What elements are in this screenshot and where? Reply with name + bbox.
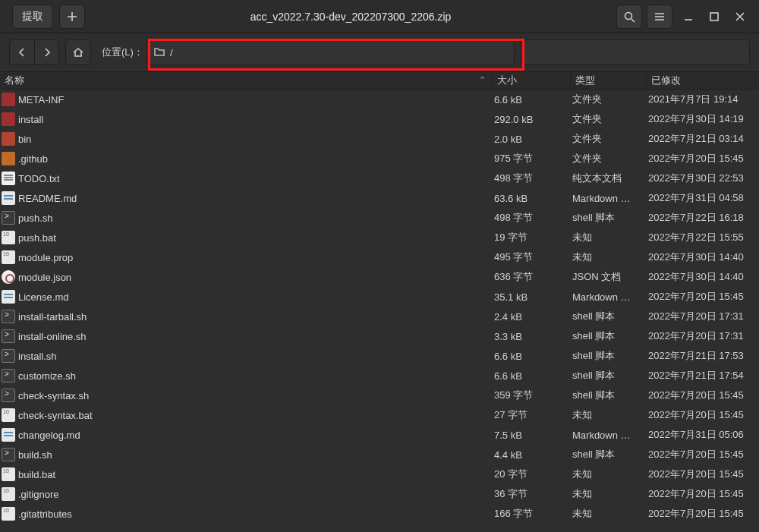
col-size[interactable]: 大小 <box>493 72 571 89</box>
file-modified: 2022年7月20日 15:45 <box>648 290 759 304</box>
file-name: push.sh <box>18 212 53 224</box>
file-type: shell 脚本 <box>572 310 648 323</box>
plus-icon <box>66 11 78 23</box>
file-modified: 2022年7月20日 17:31 <box>648 310 759 323</box>
file-icon <box>2 211 15 225</box>
file-icon <box>2 270 15 284</box>
col-type[interactable]: 类型 <box>571 72 647 89</box>
file-name: .github <box>18 153 48 165</box>
table-row[interactable]: push.bat19 字节未知2022年7月22日 15:55 <box>0 228 759 247</box>
back-button[interactable] <box>10 40 34 65</box>
table-row[interactable]: .gitattributes166 字节未知2022年7月20日 15:45 <box>0 504 759 524</box>
titlebar: 提取 acc_v2022.7.30-dev_202207300_2206.zip <box>0 0 759 33</box>
file-modified: 2022年7月30日 22:53 <box>648 172 759 185</box>
table-row[interactable]: build.sh4.4 kBshell 脚本2022年7月20日 15:45 <box>0 445 759 464</box>
path-field[interactable]: / <box>146 39 515 65</box>
table-row[interactable]: README.md63.6 kBMarkdown …2022年7月31日 04:… <box>0 188 759 208</box>
file-modified: 2022年7月30日 14:40 <box>648 250 759 264</box>
table-row[interactable]: install.sh6.6 kBshell 脚本2022年7月21日 17:53 <box>0 346 759 366</box>
file-size: 6.6 kB <box>494 351 572 362</box>
file-icon <box>2 448 15 461</box>
file-type: 纯文本文档 <box>572 172 648 185</box>
minimize-button[interactable] <box>677 5 700 29</box>
file-name: install-tarball.sh <box>18 311 87 323</box>
file-modified: 2022年7月20日 15:45 <box>648 152 759 165</box>
folder-icon <box>153 46 165 60</box>
file-type: 未知 <box>572 408 648 422</box>
file-type: JSON 文档 <box>572 270 648 284</box>
file-name: module.prop <box>18 252 73 263</box>
file-type: shell 脚本 <box>572 369 648 382</box>
file-name: META-INF <box>18 94 64 105</box>
file-size: 292.0 kB <box>494 114 572 125</box>
maximize-icon <box>708 11 720 23</box>
file-size: 27 字节 <box>494 408 572 422</box>
table-row[interactable]: check-syntax.bat27 字节未知2022年7月20日 15:45 <box>0 405 759 425</box>
file-icon <box>2 93 15 106</box>
file-list: META-INF6.6 kB文件夹2021年7月7日 19:14install2… <box>0 90 759 524</box>
nav-back-forward <box>9 39 59 65</box>
right-field[interactable] <box>521 39 750 65</box>
hamburger-icon <box>653 11 666 23</box>
table-row[interactable]: customize.sh6.6 kBshell 脚本2022年7月21日 17:… <box>0 366 759 386</box>
file-modified: 2022年7月30日 14:19 <box>648 112 759 126</box>
file-icon <box>2 428 15 442</box>
file-size: 63.6 kB <box>494 193 572 204</box>
file-name: module.json <box>18 272 71 283</box>
svg-rect-1 <box>710 13 718 20</box>
file-size: 495 字节 <box>494 250 572 264</box>
navbar: 位置(L)： / <box>0 33 759 71</box>
file-modified: 2022年7月21日 17:54 <box>648 369 759 382</box>
table-row[interactable]: bin2.0 kB文件夹2022年7月21日 03:14 <box>0 129 759 149</box>
extract-button[interactable]: 提取 <box>12 5 53 29</box>
file-name: push.bat <box>18 232 56 244</box>
table-row[interactable]: TODO.txt498 字节纯文本文档2022年7月30日 22:53 <box>0 168 759 188</box>
col-modified[interactable]: 已修改 <box>647 72 759 89</box>
file-icon <box>2 231 15 244</box>
table-row[interactable]: License.md35.1 kBMarkdown …2022年7月20日 15… <box>0 287 759 307</box>
table-row[interactable]: module.prop495 字节未知2022年7月30日 14:40 <box>0 247 759 267</box>
file-modified: 2021年7月7日 19:14 <box>648 93 759 106</box>
file-size: 2.0 kB <box>494 134 572 145</box>
file-modified: 2022年7月20日 15:45 <box>648 448 759 461</box>
home-button[interactable] <box>65 39 91 65</box>
maximize-button[interactable] <box>703 5 726 29</box>
file-type: 文件夹 <box>572 132 648 146</box>
file-type: shell 脚本 <box>572 448 648 461</box>
file-modified: 2022年7月20日 15:45 <box>648 487 759 501</box>
file-icon <box>2 310 15 323</box>
file-modified: 2022年7月20日 15:45 <box>648 467 759 481</box>
file-size: 498 字节 <box>494 211 572 225</box>
search-button[interactable] <box>616 5 642 29</box>
table-row[interactable]: .github975 字节文件夹2022年7月20日 15:45 <box>0 149 759 168</box>
file-size: 166 字节 <box>494 507 572 521</box>
table-row[interactable]: push.sh498 字节shell 脚本2022年7月22日 16:18 <box>0 208 759 228</box>
file-type: 未知 <box>572 250 648 264</box>
table-row[interactable]: build.bat20 字节未知2022年7月20日 15:45 <box>0 464 759 484</box>
path-text: / <box>170 47 173 58</box>
file-name: install-online.sh <box>18 331 87 342</box>
table-row[interactable]: module.json636 字节JSON 文档2022年7月30日 14:40 <box>0 267 759 287</box>
file-icon <box>2 250 15 264</box>
file-name: .gitattributes <box>18 508 72 520</box>
menu-button[interactable] <box>647 5 672 29</box>
table-row[interactable]: META-INF6.6 kB文件夹2021年7月7日 19:14 <box>0 90 759 109</box>
file-size: 359 字节 <box>494 389 572 402</box>
table-row[interactable]: install292.0 kB文件夹2022年7月30日 14:19 <box>0 109 759 129</box>
file-size: 636 字节 <box>494 270 572 284</box>
col-name[interactable]: 名称⌃ <box>0 72 493 89</box>
table-row[interactable]: install-online.sh3.3 kBshell 脚本2022年7月20… <box>0 326 759 346</box>
table-row[interactable]: check-syntax.sh359 字节shell 脚本2022年7月20日 … <box>0 386 759 405</box>
close-button[interactable] <box>729 5 751 29</box>
table-row[interactable]: .gitignore36 字节未知2022年7月20日 15:45 <box>0 484 759 504</box>
file-type: 未知 <box>572 231 648 244</box>
new-archive-button[interactable] <box>59 5 85 29</box>
file-name: bin <box>18 134 31 145</box>
file-icon <box>2 369 15 382</box>
table-row[interactable]: install-tarball.sh2.4 kBshell 脚本2022年7月2… <box>0 307 759 326</box>
file-icon <box>2 112 15 126</box>
file-type: Markdown … <box>572 291 648 303</box>
forward-button[interactable] <box>34 40 58 65</box>
file-size: 6.6 kB <box>494 94 572 105</box>
table-row[interactable]: changelog.md7.5 kBMarkdown …2022年7月31日 0… <box>0 425 759 445</box>
